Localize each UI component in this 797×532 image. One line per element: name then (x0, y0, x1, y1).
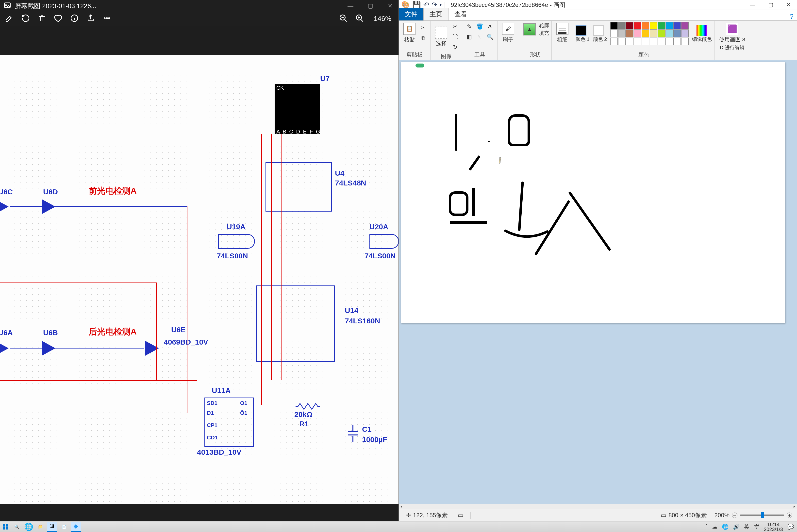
paint-ribbon: 📋 粘贴 ✂ ⧉ 剪贴板 选择 (399, 21, 797, 60)
color-palette[interactable] (610, 22, 689, 45)
edit-icon[interactable] (5, 14, 14, 24)
palette-color[interactable] (681, 38, 689, 45)
copy-icon[interactable]: ⧉ (419, 34, 428, 43)
picker-tool-icon[interactable]: ⟍ (475, 33, 484, 41)
scroll-left-icon[interactable]: ◂ (399, 504, 404, 509)
shapes-button[interactable]: ▲ (521, 23, 538, 36)
palette-color[interactable] (665, 22, 673, 30)
palette-color[interactable] (681, 30, 689, 37)
palette-color[interactable] (658, 30, 665, 37)
palette-color[interactable] (658, 38, 665, 45)
tray-chevron-icon[interactable]: ˄ (705, 524, 707, 530)
share-icon[interactable] (86, 14, 95, 24)
palette-color[interactable] (642, 30, 649, 37)
zoom-slider[interactable] (740, 514, 784, 516)
paste-button[interactable]: 📋 粘贴 (401, 22, 417, 44)
ime-engine[interactable]: 拼 (754, 523, 759, 531)
palette-color[interactable] (626, 38, 633, 45)
taskbar[interactable]: 🔍 🌐 📁 🖼 📄 🔷 ˄ ☁ 🌐 🔊 英 拼 16:14 2023/1/3 💬 (0, 521, 797, 532)
action-center-icon[interactable]: 💬 (787, 524, 794, 530)
favorite-icon[interactable] (54, 14, 62, 24)
crop-icon[interactable]: ✂ (451, 22, 460, 31)
palette-color[interactable] (650, 30, 657, 37)
rotate-icon[interactable] (21, 14, 30, 24)
app-taskbar-icon[interactable]: 📄 (59, 522, 69, 532)
palette-color[interactable] (618, 38, 626, 45)
scroll-right-icon[interactable]: ▸ (792, 504, 797, 509)
palette-color[interactable] (634, 38, 641, 45)
palette-color[interactable] (610, 30, 618, 37)
palette-color[interactable] (618, 22, 626, 30)
tray-onedrive-icon[interactable]: ☁ (712, 524, 718, 530)
text-tool-icon[interactable]: A (486, 22, 494, 31)
cut-icon[interactable]: ✂ (419, 23, 428, 32)
palette-color[interactable] (610, 38, 618, 45)
palette-color[interactable] (642, 22, 649, 30)
palette-color[interactable] (658, 22, 665, 30)
zoom-out-icon[interactable] (339, 14, 348, 24)
search-taskbar-icon[interactable]: 🔍 (12, 522, 22, 532)
color1-button[interactable] (575, 25, 586, 36)
help-icon[interactable]: ? (786, 13, 797, 20)
palette-color[interactable] (673, 38, 681, 45)
photos-taskbar-icon[interactable]: 🖼 (47, 522, 57, 532)
color2-button[interactable] (593, 25, 604, 36)
eraser-tool-icon[interactable]: ◧ (465, 33, 474, 41)
outline-button[interactable]: 轮廓 (539, 22, 549, 29)
palette-color[interactable] (634, 22, 641, 30)
tab-view[interactable]: 查看 (449, 8, 473, 20)
tab-file[interactable]: 文件 (399, 8, 423, 20)
paint-maximize-button[interactable]: ▢ (762, 1, 780, 9)
more-icon[interactable] (102, 14, 111, 24)
palette-color[interactable] (673, 30, 681, 37)
palette-color[interactable] (650, 22, 657, 30)
magnify-tool-icon[interactable]: 🔍 (486, 33, 494, 41)
close-button[interactable]: ✕ (384, 1, 396, 10)
palette-color[interactable] (626, 22, 633, 30)
taskbar-clock[interactable]: 16:14 2023/1/3 (764, 522, 783, 532)
palette-color[interactable] (673, 22, 681, 30)
zoom-in-button[interactable]: + (787, 513, 792, 518)
paint-canvas[interactable] (401, 62, 785, 323)
zoom-in-icon[interactable] (355, 14, 364, 24)
palette-color[interactable] (681, 22, 689, 30)
fill-tool-icon[interactable]: 🪣 (475, 22, 484, 31)
info-icon[interactable] (70, 14, 79, 24)
palette-color[interactable] (610, 22, 618, 30)
palette-color[interactable] (626, 30, 633, 37)
pencil-tool-icon[interactable]: ✎ (465, 22, 474, 31)
qat-dropdown-icon[interactable]: ▾ (440, 2, 442, 7)
photos-viewport[interactable]: U7 CK A B C D E F G U4 74LS48N 前光电检测A U6… (0, 25, 398, 521)
thickness-button[interactable]: 粗细 (554, 22, 570, 44)
palette-color[interactable] (642, 38, 649, 45)
app2-taskbar-icon[interactable]: 🔷 (71, 522, 81, 532)
brushes-button[interactable]: 🖌 刷子 (500, 22, 516, 44)
palette-color[interactable] (665, 38, 673, 45)
paint3d-button[interactable]: 🟪 使用画图 3 D 进行编辑 (717, 22, 747, 52)
zoom-out-button[interactable]: − (732, 513, 737, 518)
explorer-taskbar-icon[interactable]: 📁 (36, 522, 45, 532)
paint-minimize-button[interactable]: — (743, 1, 762, 9)
edge-taskbar-icon[interactable]: 🌐 (24, 522, 34, 532)
tab-home[interactable]: 主页 (423, 8, 449, 20)
palette-color[interactable] (634, 30, 641, 37)
palette-color[interactable] (665, 30, 673, 37)
delete-icon[interactable] (37, 14, 46, 24)
paint-canvas-area[interactable] (399, 60, 797, 509)
ime-mode[interactable]: 英 (744, 523, 749, 531)
fill-button[interactable]: 填充 (539, 30, 549, 36)
paint-close-button[interactable]: ✕ (780, 1, 797, 9)
maximize-button[interactable]: ▢ (364, 1, 377, 10)
resize-icon[interactable]: ⛶ (451, 33, 460, 41)
rotate-icon-ribbon[interactable]: ↻ (451, 43, 460, 52)
drawing-stroke (504, 230, 549, 240)
horizontal-scrollbar[interactable]: ◂ ▸ (399, 504, 797, 509)
start-button[interactable] (0, 521, 11, 532)
minimize-button[interactable]: — (344, 1, 357, 10)
tray-volume-icon[interactable]: 🔊 (733, 524, 740, 530)
tray-network-icon[interactable]: 🌐 (722, 524, 728, 530)
palette-color[interactable] (650, 38, 657, 45)
edit-colors-button[interactable]: 编辑颜色 (692, 36, 712, 43)
select-button[interactable]: 选择 (433, 26, 449, 48)
palette-color[interactable] (618, 30, 626, 37)
